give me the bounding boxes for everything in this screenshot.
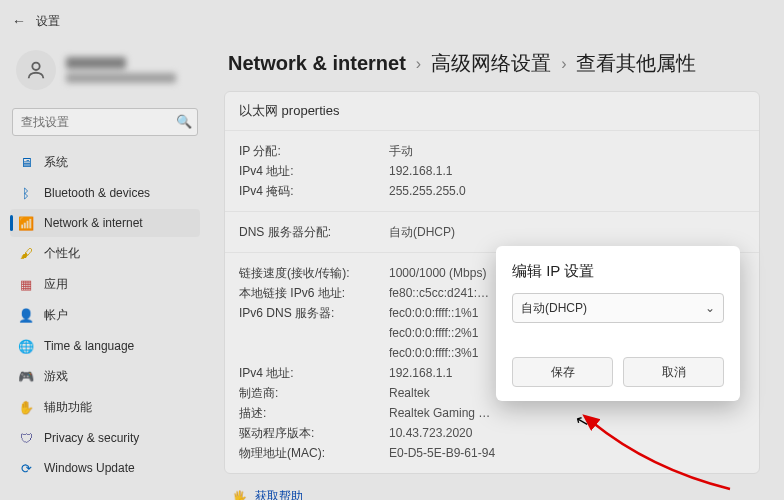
sidebar-item-6[interactable]: 🌐Time & language — [10, 332, 200, 360]
nav-label: 应用 — [44, 276, 68, 293]
sidebar: 🔍 🖥系统ᛒBluetooth & devices📶Network & inte… — [0, 34, 210, 500]
breadcrumb-sep: › — [416, 55, 421, 73]
prop-label: IP 分配: — [239, 141, 389, 161]
nav-label: Network & internet — [44, 216, 143, 230]
ip-mode-combobox[interactable]: 自动(DHCP) ⌄ — [512, 293, 724, 323]
cancel-button[interactable]: 取消 — [623, 357, 724, 387]
prop-label: IPv4 掩码: — [239, 181, 389, 201]
nav-label: 辅助功能 — [44, 399, 92, 416]
nav-label: 系统 — [44, 154, 68, 171]
nav-label: Privacy & security — [44, 431, 139, 445]
breadcrumb: Network & internet›高级网络设置›查看其他属性 — [228, 50, 760, 77]
sidebar-item-10[interactable]: ⟳Windows Update — [10, 454, 200, 482]
prop-value: 手动 — [389, 141, 745, 161]
prop-row: DNS 服务器分配:自动(DHCP) — [239, 222, 745, 242]
prop-label: 本地链接 IPv6 地址: — [239, 283, 389, 303]
sidebar-nav: 🖥系统ᛒBluetooth & devices📶Network & intern… — [10, 148, 200, 482]
prop-label: 制造商: — [239, 383, 389, 403]
svg-point-0 — [32, 63, 39, 70]
prop-label: IPv6 DNS 服务器: — [239, 303, 389, 323]
nav-icon: 🎮 — [18, 369, 34, 385]
nav-icon: ▦ — [18, 277, 34, 293]
annotation-arrow — [580, 414, 740, 494]
prop-section-0: IP 分配:手动IPv4 地址:192.168.1.1IPv4 掩码:255.2… — [225, 131, 759, 212]
sidebar-item-1[interactable]: ᛒBluetooth & devices — [10, 179, 200, 207]
nav-label: Time & language — [44, 339, 134, 353]
nav-icon: 🛡 — [18, 430, 34, 446]
card-header: 以太网 properties — [225, 92, 759, 131]
search-icon: 🔍 — [176, 114, 192, 129]
search-input[interactable] — [12, 108, 198, 136]
prop-label: 描述: — [239, 403, 389, 423]
nav-icon: ⟳ — [18, 460, 34, 476]
chevron-down-icon: ⌄ — [705, 301, 715, 315]
prop-row: IP 分配:手动 — [239, 141, 745, 161]
prop-label — [239, 343, 389, 363]
search-box: 🔍 — [12, 108, 198, 136]
prop-label: IPv4 地址: — [239, 161, 389, 181]
help-icon: 🖐 — [232, 490, 247, 501]
dialog-title: 编辑 IP 设置 — [512, 262, 724, 281]
nav-icon: ᛒ — [18, 185, 34, 201]
save-button[interactable]: 保存 — [512, 357, 613, 387]
prop-label: 物理地址(MAC): — [239, 443, 389, 463]
nav-label: Bluetooth & devices — [44, 186, 150, 200]
prop-label: 链接速度(接收/传输): — [239, 263, 389, 283]
nav-icon: 👤 — [18, 308, 34, 324]
breadcrumb-item-2: 查看其他属性 — [576, 50, 696, 77]
edit-ip-dialog: 编辑 IP 设置 自动(DHCP) ⌄ 保存 取消 — [496, 246, 740, 401]
sidebar-item-8[interactable]: ✋辅助功能 — [10, 393, 200, 422]
sidebar-item-0[interactable]: 🖥系统 — [10, 148, 200, 177]
prop-value: 255.255.255.0 — [389, 181, 745, 201]
sidebar-item-7[interactable]: 🎮游戏 — [10, 362, 200, 391]
prop-value: 192.168.1.1 — [389, 161, 745, 181]
prop-label — [239, 323, 389, 343]
nav-icon: 🖌 — [18, 246, 34, 262]
prop-label: 驱动程序版本: — [239, 423, 389, 443]
prop-label: DNS 服务器分配: — [239, 222, 389, 242]
user-info — [66, 57, 176, 83]
prop-row: IPv4 地址:192.168.1.1 — [239, 161, 745, 181]
combobox-value: 自动(DHCP) — [521, 300, 587, 317]
app-title: 设置 — [36, 13, 60, 30]
nav-icon: 📶 — [18, 215, 34, 231]
prop-value: 自动(DHCP) — [389, 222, 745, 242]
back-button[interactable]: ← — [12, 13, 26, 29]
sidebar-item-4[interactable]: ▦应用 — [10, 270, 200, 299]
user-block[interactable] — [10, 44, 200, 104]
nav-icon: ✋ — [18, 400, 34, 416]
sidebar-item-3[interactable]: 🖌个性化 — [10, 239, 200, 268]
nav-icon: 🌐 — [18, 338, 34, 354]
sidebar-item-9[interactable]: 🛡Privacy & security — [10, 424, 200, 452]
nav-label: Windows Update — [44, 461, 135, 475]
avatar — [16, 50, 56, 90]
help-label: 获取帮助 — [255, 488, 303, 500]
breadcrumb-item-1[interactable]: 高级网络设置 — [431, 50, 551, 77]
nav-label: 个性化 — [44, 245, 80, 262]
sidebar-item-2[interactable]: 📶Network & internet — [10, 209, 200, 237]
prop-row: IPv4 掩码:255.255.255.0 — [239, 181, 745, 201]
breadcrumb-item-0[interactable]: Network & internet — [228, 52, 406, 75]
title-bar: ← 设置 — [0, 0, 784, 34]
nav-label: 帐户 — [44, 307, 68, 324]
get-help-link[interactable]: 🖐 获取帮助 — [232, 488, 303, 500]
sidebar-item-5[interactable]: 👤帐户 — [10, 301, 200, 330]
nav-icon: 🖥 — [18, 155, 34, 171]
nav-label: 游戏 — [44, 368, 68, 385]
prop-label: IPv4 地址: — [239, 363, 389, 383]
breadcrumb-sep: › — [561, 55, 566, 73]
